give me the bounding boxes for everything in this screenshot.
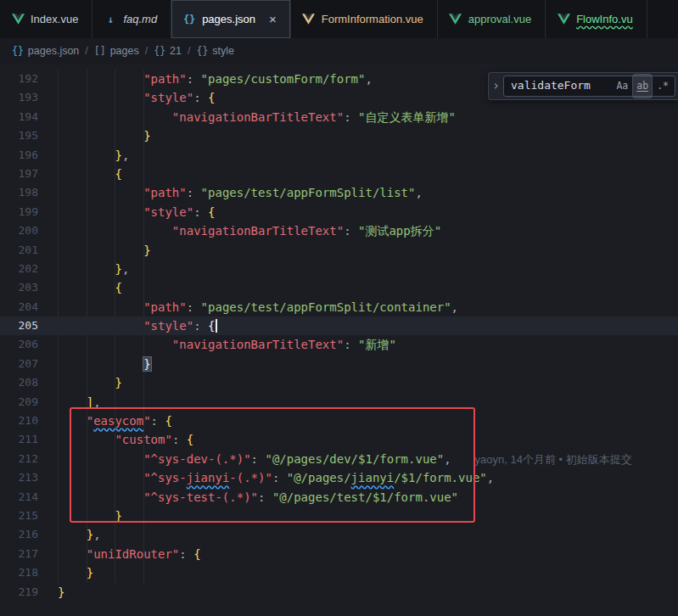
- code-line[interactable]: 204 "path": "pages/test/appFormSplit/con…: [0, 298, 678, 316]
- line-number[interactable]: 193: [0, 88, 58, 107]
- code-line[interactable]: 199 "style": {: [0, 203, 678, 221]
- line-number[interactable]: 206: [0, 335, 58, 354]
- code-line[interactable]: 202 },: [0, 260, 678, 278]
- line-number[interactable]: 213: [0, 468, 58, 487]
- code-text: }: [58, 507, 678, 525]
- whole-word-icon[interactable]: ab: [633, 75, 652, 97]
- line-number[interactable]: 219: [0, 583, 58, 602]
- breadcrumb-item-21[interactable]: {} 21: [154, 45, 182, 57]
- tab-label: pages.json: [202, 13, 255, 25]
- code-text: "uniIdRouter": {: [58, 545, 678, 563]
- line-number[interactable]: 194: [0, 108, 58, 126]
- line-number[interactable]: 197: [0, 165, 58, 183]
- code-token: ,: [93, 528, 100, 541]
- vue-icon: [302, 14, 316, 25]
- breadcrumb: {} pages.json / [] pages / {} 21 / {} st…: [0, 38, 678, 64]
- tab-index-vue[interactable]: Index.vue: [0, 0, 92, 38]
- line-number[interactable]: 209: [0, 393, 58, 412]
- code-line[interactable]: 218 }: [0, 563, 678, 582]
- code-token: "style": [143, 319, 193, 333]
- tab-approval-vue[interactable]: approval.vue: [438, 0, 546, 38]
- breadcrumb-item-file[interactable]: {} pages.json: [12, 45, 79, 57]
- tab-forminformation-vue[interactable]: FormInformation.vue: [291, 0, 438, 38]
- code-line[interactable]: 210 "easycom": {: [0, 412, 678, 430]
- line-number[interactable]: 202: [0, 260, 58, 278]
- code-text: }: [58, 355, 678, 373]
- line-number[interactable]: 198: [0, 183, 58, 202]
- code-line[interactable]: 212 "^sys-dev-(.*)": "@/pages/dev/$1/for…: [0, 450, 678, 468]
- line-number[interactable]: 211: [0, 430, 58, 449]
- code-line[interactable]: 196 },: [0, 146, 678, 165]
- code-token: ,: [487, 471, 494, 484]
- find-collapse-chevron[interactable]: ›: [489, 76, 503, 95]
- close-icon[interactable]: ×: [269, 13, 277, 25]
- line-number[interactable]: 217: [0, 545, 58, 563]
- code-line[interactable]: 213 "^sys-jianyi-(.*)": "@/pages/jianyi/…: [0, 468, 678, 487]
- code-text: "style": {: [58, 203, 678, 221]
- code-line[interactable]: 219}: [0, 583, 678, 602]
- code-text: }: [58, 583, 678, 602]
- code-line[interactable]: 195 }: [0, 126, 678, 145]
- line-number[interactable]: 212: [0, 450, 58, 468]
- code-token: "navigationBarTitleText": [172, 224, 344, 238]
- tab-pages-json[interactable]: {}pages.json×: [171, 0, 291, 38]
- editor[interactable]: 192 "path": "pages/customForm/form",193 …: [0, 64, 678, 616]
- code-line[interactable]: 209 ],: [0, 393, 678, 412]
- line-number[interactable]: 201: [0, 241, 58, 260]
- code-token: easycom: [93, 414, 143, 428]
- code-token: {: [115, 281, 121, 294]
- line-number[interactable]: 200: [0, 221, 58, 240]
- code-line[interactable]: 206 "navigationBarTitleText": "新增": [0, 335, 678, 354]
- line-number[interactable]: 210: [0, 412, 58, 430]
- tab-faq-md[interactable]: ↓faq.md: [92, 0, 171, 38]
- line-number[interactable]: 208: [0, 373, 58, 392]
- line-number[interactable]: 203: [0, 278, 58, 297]
- code-token: }: [115, 509, 121, 523]
- code-line[interactable]: 201 }: [0, 241, 678, 260]
- code-line[interactable]: 208 }: [0, 373, 678, 392]
- match-case-icon[interactable]: Aa: [613, 75, 631, 97]
- line-number[interactable]: 195: [0, 126, 58, 145]
- code-line[interactable]: 198 "path": "pages/test/appFormSplit/lis…: [0, 183, 678, 202]
- code-token: }: [115, 262, 121, 276]
- code-line[interactable]: 200 "navigationBarTitleText": "测试app拆分": [0, 221, 678, 240]
- line-number[interactable]: 204: [0, 298, 58, 316]
- code-text: },: [58, 146, 678, 165]
- tab-flowinfo-vu[interactable]: FlowInfo.vu: [546, 0, 647, 38]
- code-token: "style": [143, 205, 193, 219]
- find-widget[interactable]: › validateForm Aa ab .*: [488, 72, 678, 100]
- line-number[interactable]: 196: [0, 146, 58, 165]
- code-line[interactable]: 207 }: [0, 355, 678, 373]
- line-number[interactable]: 216: [0, 525, 58, 544]
- line-number[interactable]: 199: [0, 203, 58, 221]
- code-text: "easycom": {: [58, 412, 678, 430]
- find-input[interactable]: validateForm Aa ab .*: [503, 76, 675, 97]
- regex-icon[interactable]: .*: [653, 75, 672, 97]
- code-line[interactable]: 211 "custom": {: [0, 430, 678, 449]
- breadcrumb-item-style[interactable]: {} style: [196, 45, 234, 57]
- code-token: :: [187, 300, 201, 314]
- code-token: :: [344, 338, 358, 351]
- code-token: :: [258, 490, 272, 504]
- code-token: }: [143, 244, 150, 257]
- line-number[interactable]: 215: [0, 507, 58, 525]
- code-line[interactable]: 214 "^sys-test-(.*)": "@/pages/test/$1/f…: [0, 488, 678, 507]
- code-token: ]: [87, 395, 93, 409]
- code-line[interactable]: 216 },: [0, 525, 678, 544]
- code-token: ,: [365, 72, 372, 86]
- line-number[interactable]: 207: [0, 355, 58, 373]
- line-number[interactable]: 192: [0, 70, 58, 88]
- tab-label: Index.vue: [31, 13, 78, 25]
- code-line[interactable]: 194 "navigationBarTitleText": "自定义表单新增": [0, 108, 678, 126]
- code-line[interactable]: 217 "uniIdRouter": {: [0, 545, 678, 563]
- breadcrumb-item-pages[interactable]: [] pages: [94, 45, 139, 57]
- line-number[interactable]: 205: [0, 316, 58, 335]
- line-number[interactable]: 218: [0, 563, 58, 582]
- code-line[interactable]: 215 }: [0, 507, 678, 525]
- code-token: ,: [444, 452, 451, 466]
- code-line[interactable]: 197 {: [0, 165, 678, 183]
- code-token: ": [143, 414, 150, 428]
- code-line[interactable]: 205 "style": {: [0, 316, 678, 335]
- line-number[interactable]: 214: [0, 488, 58, 507]
- code-line[interactable]: 203 {: [0, 278, 678, 297]
